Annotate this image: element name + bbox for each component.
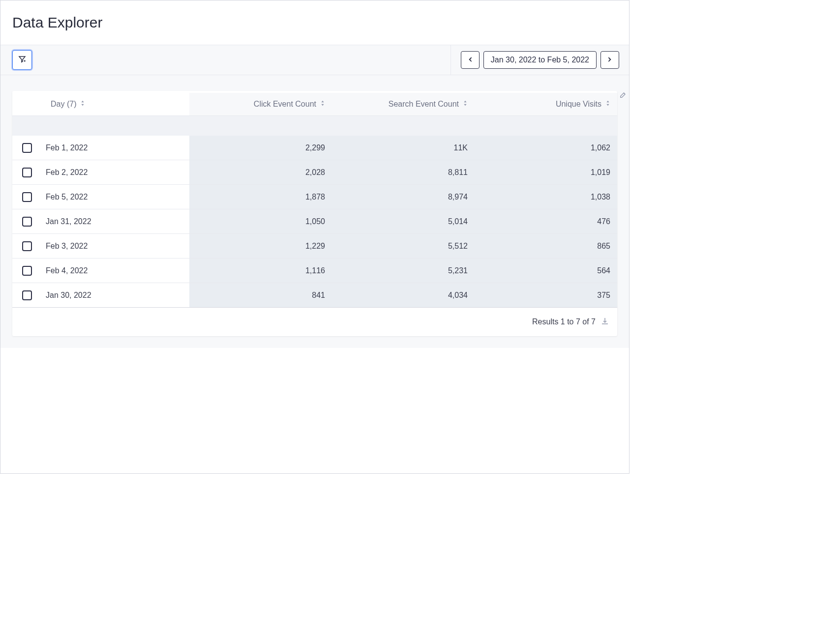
cell-click-event-count: 2,299 (189, 136, 332, 160)
sort-icon (463, 100, 468, 109)
date-range-picker[interactable]: Jan 30, 2022 to Feb 5, 2022 (483, 51, 597, 69)
cell-click-event-count: 1,229 (189, 234, 332, 258)
table-row: Feb 4, 20221,1165,231564 (12, 259, 617, 283)
chevron-right-icon (607, 56, 613, 64)
cell-click-event-count: 841 (189, 283, 332, 307)
column-label: Unique Visits (556, 100, 601, 109)
cell-click-event-count: 2,028 (189, 160, 332, 184)
day-value: Feb 1, 2022 (46, 144, 88, 152)
table-summary-row (12, 116, 617, 136)
row-checkbox[interactable] (22, 168, 32, 177)
cell-click-event-count: 1,050 (189, 209, 332, 233)
cell-unique-visits: 865 (475, 234, 617, 258)
cell-search-event-count: 8,811 (332, 160, 475, 184)
app-frame: Data Explorer Jan 30, 2022 (0, 0, 630, 474)
day-value: Jan 30, 2022 (46, 291, 91, 300)
row-checkbox[interactable] (22, 266, 32, 276)
date-next-button[interactable] (600, 51, 619, 69)
cell-click-event-count: 1,116 (189, 259, 332, 283)
data-table-card: Day (7) Click Event Count Search Event C… (12, 91, 617, 336)
cell-search-event-count: 5,014 (332, 209, 475, 233)
cell-day: Feb 1, 2022 (12, 136, 189, 160)
table-row: Feb 2, 20222,0288,8111,019 (12, 160, 617, 185)
cell-unique-visits: 375 (475, 283, 617, 307)
table-row: Feb 1, 20222,29911K1,062 (12, 136, 617, 160)
results-summary: Results 1 to 7 of 7 (532, 317, 596, 326)
column-header-click-event-count[interactable]: Click Event Count (189, 93, 332, 115)
row-checkbox[interactable] (22, 143, 32, 153)
day-value: Feb 2, 2022 (46, 168, 88, 177)
table-row: Jan 30, 20228414,034375 (12, 283, 617, 308)
column-label: Click Event Count (254, 100, 316, 109)
toolbar-left (0, 45, 451, 75)
day-value: Feb 3, 2022 (46, 242, 88, 251)
cell-unique-visits: 564 (475, 259, 617, 283)
cell-day: Feb 5, 2022 (12, 185, 189, 209)
cell-search-event-count: 5,512 (332, 234, 475, 258)
edit-icon (619, 92, 627, 100)
column-header-unique-visits[interactable]: Unique Visits (475, 93, 617, 115)
header: Data Explorer (0, 0, 629, 45)
download-button[interactable] (600, 316, 609, 327)
table-row: Feb 5, 20221,8788,9741,038 (12, 185, 617, 209)
data-table: Day (7) Click Event Count Search Event C… (12, 93, 617, 308)
edit-card-button[interactable] (619, 91, 627, 101)
content-area: Day (7) Click Event Count Search Event C… (0, 75, 629, 348)
table-row: Feb 3, 20221,2295,512865 (12, 234, 617, 259)
cell-click-event-count: 1,878 (189, 185, 332, 209)
add-filter-button[interactable] (12, 50, 32, 70)
cell-unique-visits: 1,062 (475, 136, 617, 160)
row-checkbox[interactable] (22, 241, 32, 251)
sort-icon (80, 100, 85, 109)
day-value: Feb 5, 2022 (46, 193, 88, 201)
chevron-left-icon (467, 56, 473, 64)
sort-icon (605, 100, 610, 109)
page-title: Data Explorer (12, 14, 617, 31)
cell-search-event-count: 8,974 (332, 185, 475, 209)
date-range-text: Jan 30, 2022 to Feb 5, 2022 (491, 56, 589, 64)
column-header-search-event-count[interactable]: Search Event Count (332, 93, 475, 115)
cell-search-event-count: 4,034 (332, 283, 475, 307)
table-body: Feb 1, 20222,29911K1,062Feb 2, 20222,028… (12, 136, 617, 308)
column-header-day[interactable]: Day (7) (12, 93, 189, 115)
cell-day: Jan 31, 2022 (12, 209, 189, 233)
day-value: Feb 4, 2022 (46, 266, 88, 275)
cell-day: Feb 4, 2022 (12, 259, 189, 283)
day-value: Jan 31, 2022 (46, 217, 91, 226)
filter-add-icon (18, 55, 27, 65)
sort-icon (320, 100, 325, 109)
column-label: Search Event Count (389, 100, 459, 109)
cell-unique-visits: 1,038 (475, 185, 617, 209)
cell-search-event-count: 5,231 (332, 259, 475, 283)
cell-day: Jan 30, 2022 (12, 283, 189, 307)
row-checkbox[interactable] (22, 192, 32, 202)
download-icon (600, 318, 609, 327)
column-label: Day (7) (51, 100, 76, 109)
table-row: Jan 31, 20221,0505,014476 (12, 209, 617, 234)
cell-day: Feb 3, 2022 (12, 234, 189, 258)
cell-search-event-count: 11K (332, 136, 475, 160)
date-prev-button[interactable] (461, 51, 480, 69)
toolbar: Jan 30, 2022 to Feb 5, 2022 (0, 45, 629, 75)
cell-day: Feb 2, 2022 (12, 160, 189, 184)
row-checkbox[interactable] (22, 217, 32, 227)
table-header: Day (7) Click Event Count Search Event C… (12, 93, 617, 116)
row-checkbox[interactable] (22, 290, 32, 300)
toolbar-right: Jan 30, 2022 to Feb 5, 2022 (451, 45, 629, 75)
cell-unique-visits: 476 (475, 209, 617, 233)
cell-unique-visits: 1,019 (475, 160, 617, 184)
table-footer: Results 1 to 7 of 7 (12, 308, 617, 336)
